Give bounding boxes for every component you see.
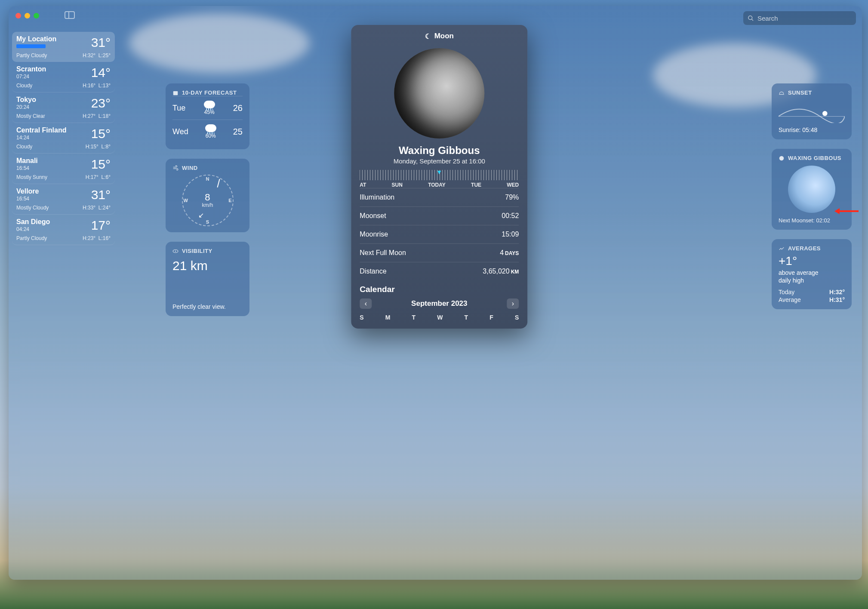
location-item[interactable]: Central Finland14:2415° CloudyH:15° L:8° — [12, 123, 115, 154]
moon-stat-row: Illumination79% — [360, 188, 519, 206]
close-button[interactable] — [15, 13, 21, 18]
forecast-row: Wed 60% 25 — [172, 120, 243, 143]
calendar-heading: Calendar — [360, 285, 519, 294]
forecast-card[interactable]: 10-DAY FORECAST Tue 45% 26 Wed 60% 25 — [166, 83, 249, 149]
wind-card[interactable]: WIND N S E W ↙ 8 km/h — [166, 159, 249, 232]
calendar-weekdays: SMTWTFS — [360, 314, 519, 321]
svg-point-4 — [175, 250, 176, 251]
calendar-next-button[interactable]: › — [507, 298, 519, 309]
toggle-sidebar-button[interactable] — [65, 11, 75, 19]
svg-rect-2 — [173, 91, 178, 95]
location-temp: 31° — [91, 35, 111, 50]
moon-timeline[interactable]: ▼ — [360, 170, 519, 180]
moon-image — [394, 48, 484, 138]
visibility-description: Perfectly clear view. — [172, 303, 243, 310]
annotation-arrow-icon — [834, 204, 859, 218]
moon-phase-image — [788, 166, 835, 213]
calendar-month: September 2023 — [411, 299, 467, 308]
wind-icon — [172, 165, 179, 171]
sunset-card[interactable]: SUNSET Sunrise: 05:48 — [772, 83, 852, 139]
moon-stat-row: Moonset00:52 — [360, 206, 519, 225]
location-item[interactable]: San Diego04:2417° Partly CloudyH:23° L:1… — [12, 215, 115, 245]
visibility-card[interactable]: VISIBILITY 21 km Perfectly clear view. — [166, 242, 249, 316]
moon-phase-name: Waxing Gibbous — [360, 145, 519, 157]
moon-stat-row: Next Full Moon4DAYS — [360, 243, 519, 262]
location-highlight — [16, 44, 46, 48]
chevron-left-icon: ‹ — [365, 300, 367, 308]
visibility-value: 21 km — [172, 258, 243, 273]
timeline-marker-icon: ▼ — [436, 169, 442, 175]
timeline-labels: AT SUN TODAY TUE WED — [360, 182, 519, 188]
rain-icon — [204, 101, 215, 108]
svg-point-7 — [822, 111, 828, 116]
chart-icon — [779, 246, 785, 252]
minimize-button[interactable] — [25, 13, 30, 18]
location-item[interactable]: Manali16:5415° Mostly SunnyH:17° L:6° — [12, 154, 115, 184]
location-item[interactable]: Scranton 07:24 14° CloudyH:16° L:13° — [12, 62, 115, 92]
svg-point-8 — [779, 156, 784, 160]
location-condition: Partly Cloudy — [16, 52, 47, 58]
calendar-prev-button[interactable]: ‹ — [360, 298, 372, 309]
location-item[interactable]: Tokyo20:2423° Mostly ClearH:27° L:18° — [12, 92, 115, 123]
moon-stat-row: Distance3,65,020KM — [360, 262, 519, 280]
sunset-graph — [779, 99, 845, 123]
sunrise-time: Sunrise: 05:48 — [779, 126, 845, 133]
location-name: My Location — [16, 35, 56, 43]
moon-icon — [779, 155, 785, 161]
moon-icon: ☾ — [425, 32, 431, 40]
wind-compass: N S E W ↙ 8 km/h — [182, 175, 234, 226]
moon-popover: ☾ Moon Waxing Gibbous Monday, September … — [351, 25, 527, 329]
location-item-my-location[interactable]: My Location 31° Partly Cloudy H:32° L:25… — [12, 32, 115, 62]
wind-arrow-icon: ↙ — [198, 211, 204, 219]
forecast-row: Tue 45% 26 — [172, 96, 243, 120]
popover-title: Moon — [434, 32, 454, 40]
rain-icon — [205, 124, 216, 132]
calendar-icon — [172, 90, 179, 96]
averages-card[interactable]: AVERAGES +1° above averagedaily high Tod… — [772, 239, 852, 309]
moon-phase-date: Monday, September 25 at 16:00 — [360, 157, 519, 165]
locations-sidebar: My Location 31° Partly Cloudy H:32° L:25… — [9, 6, 118, 580]
window-controls — [15, 13, 39, 18]
maximize-button[interactable] — [34, 13, 39, 18]
chevron-right-icon: › — [512, 300, 514, 308]
sunset-icon — [779, 90, 785, 96]
location-item[interactable]: Vellore16:5431° Mostly CloudyH:33° L:24° — [12, 184, 115, 215]
averages-delta: +1° — [779, 254, 845, 268]
eye-icon — [172, 248, 179, 254]
moon-stat-row: Moonrise15:09 — [360, 225, 519, 243]
svg-marker-10 — [834, 208, 840, 214]
